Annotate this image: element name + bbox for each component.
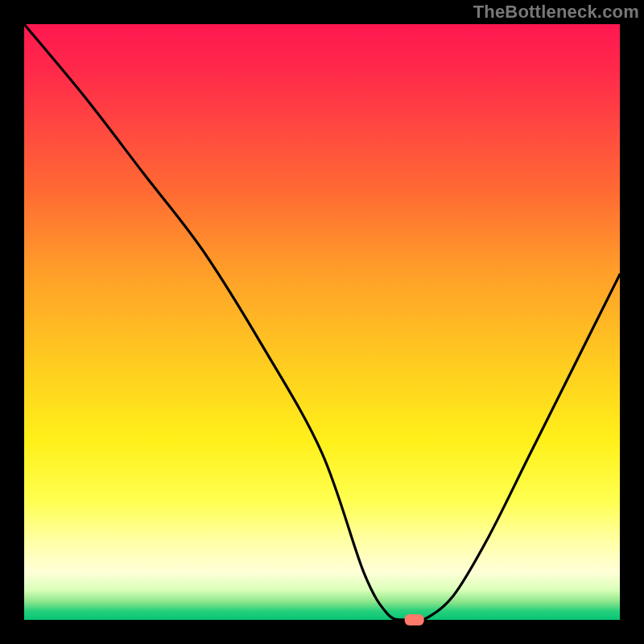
- optimum-marker: [405, 614, 424, 625]
- chart-container: TheBottleneck.com: [0, 0, 644, 644]
- plot-area: [24, 24, 620, 620]
- attribution-text: TheBottleneck.com: [473, 2, 639, 23]
- curve-layer: [24, 24, 620, 620]
- bottleneck-curve: [24, 24, 620, 621]
